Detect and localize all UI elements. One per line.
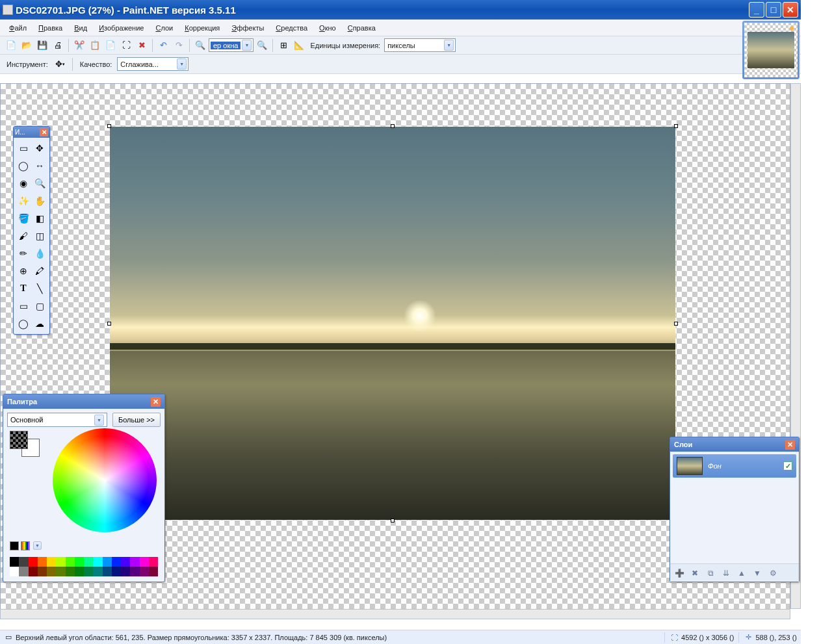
undo-button[interactable]: ↶ [156, 38, 170, 53]
palette-color[interactable] [103, 567, 112, 576]
paint-bucket-tool[interactable]: 🪣 [16, 210, 31, 227]
palette-color[interactable] [19, 557, 28, 567]
palette-color[interactable] [75, 567, 84, 576]
lasso-tool[interactable]: ◯ [16, 157, 31, 174]
move-up-button[interactable]: ▲ [735, 567, 748, 580]
clone-stamp-tool[interactable]: ⊕ [16, 263, 31, 279]
palette-color[interactable] [103, 557, 112, 567]
menu-adjust[interactable]: Коррекция [179, 21, 225, 34]
maximize-button[interactable]: □ [766, 2, 781, 18]
palette-color[interactable] [84, 567, 93, 576]
palette-color[interactable] [121, 567, 130, 576]
menu-layers[interactable]: Слои [150, 21, 178, 34]
colors-panel-header[interactable]: Палитра ✕ [3, 394, 164, 409]
new-button[interactable]: 📄 [4, 38, 18, 53]
palette-color[interactable] [29, 557, 38, 567]
palette-color[interactable] [47, 557, 56, 567]
line-tool[interactable]: ╲ [32, 280, 47, 297]
document-thumbnail[interactable]: ✸ [744, 23, 798, 77]
chevron-down-icon[interactable]: ▼ [242, 40, 252, 51]
layer-item[interactable]: Фон ✓ [673, 454, 796, 478]
zoom-out-button[interactable]: 🔍 [193, 38, 207, 53]
chevron-down-icon[interactable]: ▼ [177, 58, 187, 70]
palette-color[interactable] [38, 557, 47, 567]
rainbow-swatch[interactable] [21, 541, 30, 550]
quality-combo[interactable]: Сглажива... ▼ [117, 57, 188, 71]
copy-button[interactable]: 📋 [88, 38, 102, 53]
menu-view[interactable]: Вид [69, 21, 92, 34]
grid-button[interactable]: ⊞ [276, 38, 291, 53]
zoom-combo[interactable]: ер окна ▼ [209, 38, 254, 52]
color-picker-tool[interactable]: 💧 [32, 245, 47, 262]
layer-properties-button[interactable]: ⚙ [766, 567, 779, 580]
layers-panel-header[interactable]: Слои ✕ [670, 437, 799, 452]
palette-color[interactable] [84, 557, 93, 567]
menu-edit[interactable]: Правка [33, 21, 68, 34]
canvas-image[interactable] [110, 127, 675, 520]
add-layer-button[interactable]: ➕ [673, 567, 686, 580]
menu-file[interactable]: Файл [4, 21, 32, 34]
palette-color[interactable] [112, 567, 121, 576]
more-button[interactable]: Больше >> [112, 413, 161, 427]
color-type-combo[interactable]: Основной ▼ [7, 413, 107, 427]
open-button[interactable]: 📂 [20, 38, 34, 53]
palette-color[interactable] [10, 567, 19, 576]
pan-tool[interactable]: ✋ [32, 192, 47, 209]
palette-color[interactable] [75, 557, 84, 567]
selection-handle-l[interactable] [107, 322, 111, 326]
delete-layer-button[interactable]: ✖ [688, 567, 701, 580]
palette-color[interactable] [38, 567, 47, 576]
chevron-down-icon[interactable]: ▼ [94, 415, 104, 426]
menu-tools[interactable]: Средства [270, 21, 313, 34]
selection-handle-b[interactable] [391, 519, 395, 522]
selection-handle-r[interactable] [674, 322, 678, 326]
chevron-down-icon[interactable]: ▼ [33, 541, 42, 550]
freeform-tool[interactable]: ☁ [32, 315, 47, 332]
menu-help[interactable]: Справка [343, 21, 381, 34]
chevron-down-icon[interactable]: ▼ [444, 40, 454, 51]
ruler-button[interactable]: 📐 [292, 38, 306, 53]
deselect-button[interactable]: ✖ [135, 38, 149, 53]
current-tool-button[interactable]: ✥▾ [53, 57, 68, 71]
selection-handle-tl[interactable] [107, 124, 111, 128]
recolor-tool[interactable]: 🖍 [32, 263, 47, 279]
pencil-tool[interactable]: ✏ [16, 245, 31, 262]
document-thumbnail-panel[interactable]: ✸ [742, 21, 800, 79]
palette-color[interactable] [47, 567, 56, 576]
menu-image[interactable]: Изображение [94, 21, 149, 34]
redo-button[interactable]: ↷ [172, 38, 186, 53]
color-wheel[interactable] [53, 428, 157, 532]
move-down-button[interactable]: ▼ [751, 567, 764, 580]
palette-color[interactable] [56, 567, 65, 576]
palette-color[interactable] [140, 567, 149, 576]
layers-panel-close-button[interactable]: ✕ [785, 440, 795, 450]
gradient-tool[interactable]: ◧ [32, 210, 47, 227]
palette-color[interactable] [112, 557, 121, 567]
palette-color[interactable] [93, 557, 102, 567]
zoom-in-button[interactable]: 🔍 [255, 38, 269, 53]
ellipse-select-tool[interactable]: ◉ [16, 175, 31, 192]
crop-button[interactable]: ⛶ [119, 38, 133, 53]
palette-color[interactable] [149, 567, 158, 576]
palette-color[interactable] [121, 557, 130, 567]
paste-button[interactable]: 📄 [103, 38, 118, 53]
brush-tool[interactable]: 🖌 [16, 227, 31, 244]
palette-color[interactable] [149, 557, 158, 567]
selection-handle-t[interactable] [391, 124, 395, 128]
tools-panel-close-button[interactable]: ✕ [40, 128, 48, 136]
palette-color[interactable] [56, 557, 65, 567]
magic-wand-tool[interactable]: ✨ [16, 192, 31, 209]
units-combo[interactable]: пикселы ▼ [384, 38, 456, 52]
merge-layer-button[interactable]: ⇊ [720, 567, 733, 580]
menu-window[interactable]: Окно [314, 21, 341, 34]
palette-color[interactable] [140, 557, 149, 567]
horizontal-scrollbar[interactable] [0, 609, 790, 619]
palette-color[interactable] [19, 567, 28, 576]
palette-color[interactable] [93, 567, 102, 576]
layer-visible-checkbox[interactable]: ✓ [783, 461, 792, 470]
menu-effects[interactable]: Эффекты [226, 21, 269, 34]
primary-color-swatch[interactable] [10, 431, 28, 449]
palette-color[interactable] [29, 567, 38, 576]
rectangle-tool[interactable]: ▭ [16, 298, 31, 315]
move-selection-tool[interactable]: ✥ [32, 140, 47, 157]
